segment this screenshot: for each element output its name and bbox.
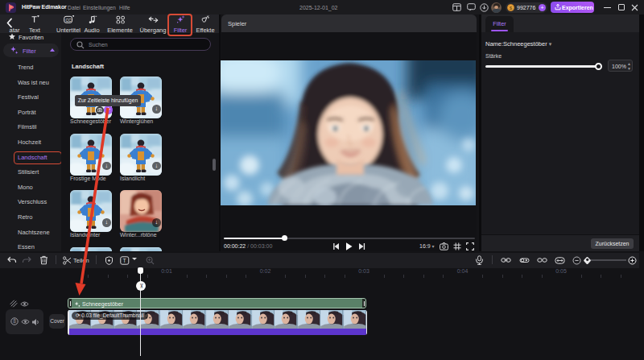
svg-text:8: 8 bbox=[13, 318, 16, 324]
svg-text:T: T bbox=[122, 258, 126, 263]
svg-text:CC: CC bbox=[65, 19, 71, 23]
